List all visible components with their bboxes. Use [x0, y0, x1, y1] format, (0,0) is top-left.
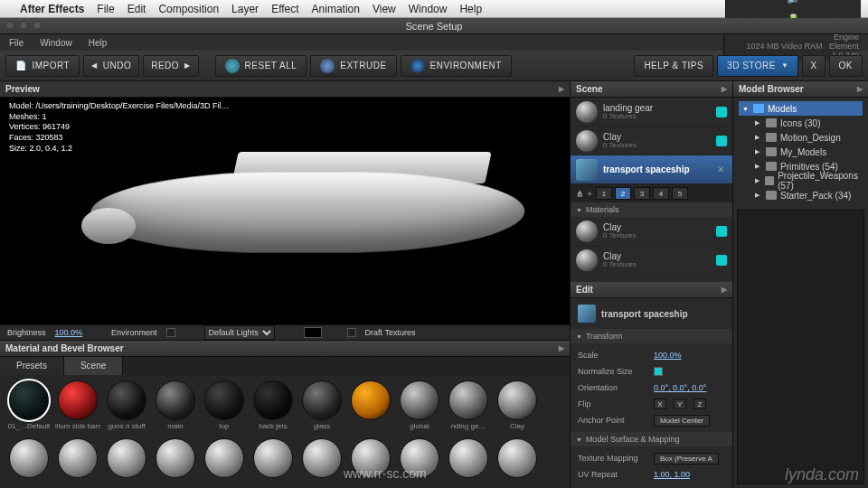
share-icon[interactable]: ⋔ [576, 189, 583, 199]
group-3[interactable]: 3 [634, 187, 650, 200]
flip-z[interactable]: Z [693, 399, 706, 409]
scene-item[interactable]: landing gear0 Textures [571, 98, 732, 127]
tab-presets[interactable]: Presets [0, 357, 64, 375]
close-x-button[interactable]: X [802, 55, 825, 77]
zoom-dot[interactable] [33, 21, 42, 30]
scene-item-active[interactable]: transport spaceship ✕ [571, 155, 732, 184]
brightness-value[interactable]: 100.0% [55, 328, 83, 337]
material-swatch[interactable] [494, 438, 541, 488]
anchor-button[interactable]: Model Center [654, 415, 710, 427]
menu-edit[interactable]: Edit [127, 3, 146, 15]
material-item[interactable]: Clay0 Textures [571, 217, 732, 246]
texmap-dropdown[interactable]: Box (Preserve A [654, 453, 719, 465]
materials-header[interactable]: ▼Materials [571, 202, 732, 217]
material-swatch[interactable] [201, 438, 248, 488]
menu-view[interactable]: View [373, 3, 396, 15]
menu-layer[interactable]: Layer [231, 3, 259, 15]
material-swatch[interactable]: 01_…Default [5, 380, 52, 436]
visibility-toggle[interactable] [716, 136, 727, 146]
material-swatch[interactable]: top [201, 380, 248, 436]
reset-all-button[interactable]: RESET ALL [215, 55, 307, 77]
material-swatch[interactable] [396, 438, 443, 488]
volume-icon[interactable]: 🔊 [787, 0, 800, 5]
plugin-file[interactable]: File [9, 38, 24, 48]
uv-repeat-value[interactable]: 1.00, 1.00 [654, 470, 690, 479]
edit-header: Edit▶ [571, 282, 732, 298]
tree-node[interactable]: ▶Icons (30) [739, 116, 863, 130]
material-swatch[interactable]: global [396, 380, 443, 436]
extrude-button[interactable]: EXTRUDE [310, 55, 396, 77]
material-swatch[interactable]: nding ge… [445, 380, 492, 436]
sphere-icon [576, 249, 598, 271]
collapse-icon[interactable]: ▶ [559, 85, 564, 93]
group-1[interactable]: 1 [596, 187, 612, 200]
scale-value[interactable]: 100.0% [654, 351, 682, 360]
min-dot[interactable] [19, 21, 28, 30]
app-name[interactable]: After Effects [20, 3, 84, 15]
flip-x[interactable]: X [654, 399, 666, 409]
folder-icon [766, 118, 777, 127]
import-button[interactable]: 📄IMPORT [5, 55, 80, 77]
group-selector: ⋔ ✦ 1 2 3 4 5 [571, 184, 732, 202]
plugin-window[interactable]: Window [40, 38, 72, 48]
ok-button[interactable]: OK [829, 55, 863, 77]
3d-store-button[interactable]: 3D STORE▼ [717, 55, 798, 77]
preview-panel[interactable]: Preview▶ Model: /Users/training/Desktop/… [0, 81, 570, 325]
remove-icon[interactable]: ✕ [714, 164, 727, 174]
material-swatch[interactable]: glass [298, 380, 345, 436]
tree-node[interactable]: ▶Motion_Design [739, 130, 863, 145]
material-swatch[interactable] [103, 438, 150, 488]
material-swatch[interactable] [445, 438, 492, 488]
group-5[interactable]: 5 [672, 187, 688, 200]
env-checkbox[interactable] [166, 328, 175, 337]
environment-button[interactable]: ENVIRONMENT [401, 55, 512, 77]
lights-dropdown[interactable]: Default Lights [204, 325, 275, 340]
visibility-toggle[interactable] [716, 107, 727, 117]
tree-root[interactable]: ▼Models [739, 101, 863, 116]
scene-item[interactable]: Clay0 Textures [571, 127, 732, 155]
material-swatch[interactable]: illum side bars [54, 380, 101, 436]
orientation-value[interactable]: 0.0°, 0.0°, 0.0° [654, 383, 706, 392]
cube-icon [576, 159, 598, 181]
material-swatch[interactable]: main [152, 380, 199, 436]
menu-composition[interactable]: Composition [158, 3, 219, 15]
draft-checkbox[interactable] [347, 328, 356, 337]
material-swatch[interactable] [250, 438, 297, 488]
undo-button[interactable]: ◀UNDO [83, 55, 139, 77]
menu-animation[interactable]: Animation [312, 3, 360, 15]
material-swatch[interactable] [54, 438, 101, 488]
menu-help[interactable]: Help [459, 3, 482, 15]
material-swatch[interactable] [347, 380, 394, 436]
material-swatch[interactable] [298, 438, 345, 488]
visibility-toggle[interactable] [716, 255, 727, 266]
material-swatch[interactable] [5, 438, 52, 488]
close-dot[interactable] [5, 21, 14, 30]
sphere-icon [576, 130, 598, 152]
menu-file[interactable]: File [97, 3, 114, 15]
material-swatch[interactable]: guns n stuff [103, 380, 150, 436]
tree-node[interactable]: ▶Projectile_Weapons (57) [739, 174, 863, 188]
material-swatch[interactable] [347, 438, 394, 488]
tree-node[interactable]: ▶Starter_Pack (34) [739, 188, 863, 202]
tab-scene[interactable]: Scene [64, 357, 123, 375]
visibility-toggle[interactable] [716, 226, 727, 237]
menu-effect[interactable]: Effect [271, 3, 298, 15]
tree-node[interactable]: ▶My_Models [739, 145, 863, 159]
material-item[interactable]: Clay0 Textures [571, 246, 732, 275]
material-swatch[interactable]: Clay [494, 380, 541, 436]
menu-window[interactable]: Window [409, 3, 448, 15]
redo-button[interactable]: REDO▶ [143, 55, 198, 77]
bg-color-swatch[interactable] [304, 327, 322, 338]
link-icon[interactable]: ✦ [586, 189, 593, 199]
group-4[interactable]: 4 [653, 187, 669, 200]
help-tips-button[interactable]: HELP & TIPS [634, 55, 713, 77]
plugin-help[interactable]: Help [89, 38, 108, 48]
transform-header[interactable]: ▼Transform [571, 329, 732, 343]
group-2[interactable]: 2 [615, 187, 631, 200]
surface-header[interactable]: ▼Model Surface & Mapping [571, 432, 732, 446]
flip-y[interactable]: Y [674, 399, 686, 409]
material-swatch[interactable]: back jets [250, 380, 297, 436]
collapse-icon[interactable]: ▶ [559, 344, 564, 352]
normalize-checkbox[interactable] [654, 367, 663, 376]
material-swatch[interactable] [152, 438, 199, 488]
